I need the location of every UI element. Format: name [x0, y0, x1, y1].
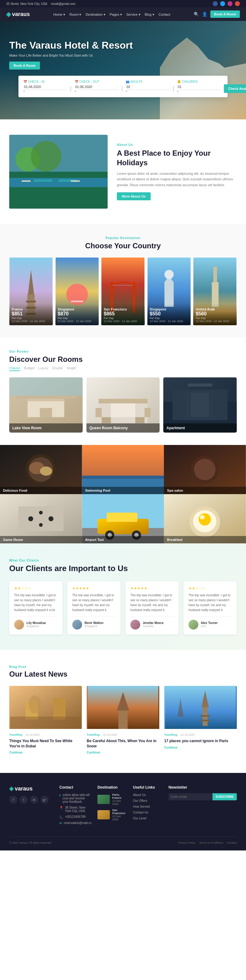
pool-scene [9, 135, 108, 208]
brand-name: varaus [12, 11, 30, 18]
about-text: Lorem ipsum dolor sit amet, consectetur … [117, 171, 237, 188]
room-card-lake[interactable]: Lake View Room [9, 377, 83, 433]
footer-link-offers[interactable]: Our Offers [133, 799, 163, 802]
footer-contact-title: Contact [59, 785, 91, 789]
nav-destination[interactable]: Destination ▾ [86, 12, 105, 17]
footer-facebook-icon[interactable]: f [9, 796, 17, 804]
tab-double[interactable]: Double [52, 366, 63, 371]
amenity-breakfast[interactable]: Breakfast [164, 494, 246, 543]
svg-rect-13 [26, 301, 36, 302]
dest-card-uae[interactable]: United Arab $560 Per Day 12 Dec 2020 - 1… [193, 258, 237, 325]
nav-blog[interactable]: Blog ▾ [145, 12, 154, 17]
svg-point-67 [49, 516, 54, 521]
news-link-1[interactable]: Continue [9, 751, 22, 754]
topbar-email: email@gmail.com [51, 2, 76, 6]
dest-card-france[interactable]: France $851 Per Day 12 Dec 2020 - 12 Jan… [9, 258, 53, 325]
footer-link-about[interactable]: About Us [133, 793, 163, 797]
about-title: A Best Place to Enjoy Your Holidays [117, 148, 237, 167]
nav-home[interactable]: Home ▾ [54, 12, 65, 17]
footer-link-served[interactable]: How Served [133, 805, 163, 808]
tab-luxury[interactable]: Luxury [38, 366, 48, 371]
testimonials-title: Our Clients are Important to Us [9, 563, 237, 574]
avatar-4 [189, 620, 198, 630]
children-input[interactable] [177, 84, 221, 90]
book-room-button[interactable]: Book A Room [210, 10, 240, 18]
instagram-icon[interactable] [227, 1, 232, 6]
room-label-apt: Apartment [163, 423, 237, 433]
svg-rect-47 [188, 383, 213, 387]
newsletter-subscribe-button[interactable]: SUBSCRIBE [213, 793, 237, 800]
dest-name-france: France [12, 307, 51, 311]
svg-rect-92 [200, 715, 210, 717]
search-icon[interactable]: 🔍 [194, 12, 199, 17]
dest-card-sf[interactable]: San Francisco $865 Per Day 12 Dec 2020 -… [101, 258, 145, 325]
footer-link-level[interactable]: Our Level [133, 817, 163, 820]
svg-rect-63 [19, 506, 63, 531]
about-more-button[interactable]: More About Us [117, 192, 151, 200]
svg-point-66 [39, 523, 43, 527]
footer-linkedin-icon[interactable]: in [30, 796, 38, 804]
testimonial-author-1: Lily Monalisa Singapore [14, 616, 57, 630]
logo-icon: ◈ [6, 10, 11, 18]
room-card-queen[interactable]: Queen Room Balcony [86, 377, 160, 433]
destinations-section: Popular Destination Choose Your Country … [0, 224, 246, 337]
news-link-2[interactable]: Continue [87, 751, 100, 754]
rooms-tabs: Classic Budget Luxury Double Single [9, 366, 237, 371]
amenity-food[interactable]: Delicious Food [0, 445, 82, 494]
dest-name-sf: San Francisco [104, 307, 142, 311]
author-loc-2: Singapore [84, 625, 103, 628]
cookies-link[interactable]: Cookies [227, 841, 237, 844]
brand-logo: ◈ varaus [6, 10, 30, 18]
newsletter-email-input[interactable] [168, 793, 213, 800]
checkout-input[interactable] [75, 84, 118, 90]
checkin-input[interactable] [23, 84, 67, 90]
nav-contact[interactable]: Contact [159, 12, 170, 17]
dest-card-singapore[interactable]: Singapore $870 Per Day 12 Dec 2020 - 12 … [56, 258, 99, 325]
svg-point-65 [39, 511, 43, 514]
footer-twitter-icon[interactable]: t [20, 796, 28, 804]
author-loc-3: Australia [143, 625, 163, 628]
hero-book-button[interactable]: Book A Room [9, 62, 40, 70]
room-card-apt[interactable]: Apartment [163, 377, 237, 433]
amenity-game[interactable]: Game Room [0, 494, 82, 543]
nav-service[interactable]: Service ▾ [126, 12, 141, 17]
footer-bottom-links: Privacy Policy Terms & Conditions Cookie… [178, 841, 237, 844]
author-name-1: Lily Monalisa [27, 621, 46, 625]
nav-pages[interactable]: Pages ▾ [110, 12, 122, 17]
twitter-icon[interactable] [220, 1, 225, 6]
tab-budget[interactable]: Budget [24, 366, 35, 371]
hero-content: The Varaus Hotel & Resort Make Your Life… [9, 40, 237, 70]
google-plus-icon[interactable] [235, 1, 240, 6]
footer-gplus-icon[interactable]: g+ [41, 796, 49, 804]
tab-classic[interactable]: Classic [9, 366, 20, 371]
terms-link[interactable]: Terms & Conditions [199, 841, 223, 844]
adults-input[interactable] [126, 84, 170, 90]
amenity-pool[interactable]: Swimming Pool [82, 445, 164, 494]
svg-rect-88 [118, 710, 128, 729]
facebook-icon[interactable] [213, 1, 218, 6]
stars-2: ★★★★★ [72, 586, 116, 590]
user-icon[interactable]: 👤 [202, 12, 207, 17]
adults-icon: 👥 [126, 80, 129, 83]
news-link-3[interactable]: Continue [164, 746, 178, 749]
adults-field: 👥 ADULTS ▾ [126, 80, 170, 93]
hero-subtitle: Make Your Life Better and Bright You Mus… [9, 54, 237, 57]
news-image-3 [164, 686, 237, 729]
nav-room[interactable]: Room ▾ [70, 12, 81, 17]
dest-per-day-uae: Per Day [195, 317, 234, 320]
testimonial-author-2: Benir Walton Singapore [72, 616, 116, 630]
dest-overlay-sg2: Singapore $550 Per Day 12 Dec 2020 - 12 … [147, 304, 191, 325]
check-availability-button[interactable]: Check Availability [224, 84, 246, 93]
testimonial-author-4: Alex Turner USA [189, 616, 232, 630]
news-grid: Travelling 01.10.2020 Things You Must Ne… [9, 686, 237, 758]
testimonial-text-4: The trip was incredible. I got to see so… [189, 593, 232, 612]
avatar-3 [130, 620, 140, 630]
privacy-link[interactable]: Privacy Policy [178, 841, 195, 844]
footer-link-contact[interactable]: Contact Us [133, 811, 163, 814]
dest-card-sg2[interactable]: Singapore $550 Per Day 12 Dec 2020 - 12 … [147, 258, 191, 325]
amenity-taxi[interactable]: Airport Taxi [82, 494, 164, 543]
tab-single[interactable]: Single [67, 366, 76, 371]
amenity-spa[interactable]: Spa salon [164, 445, 246, 494]
news-tag: Blog Post [9, 665, 237, 669]
booking-divider-1: | [70, 85, 71, 92]
